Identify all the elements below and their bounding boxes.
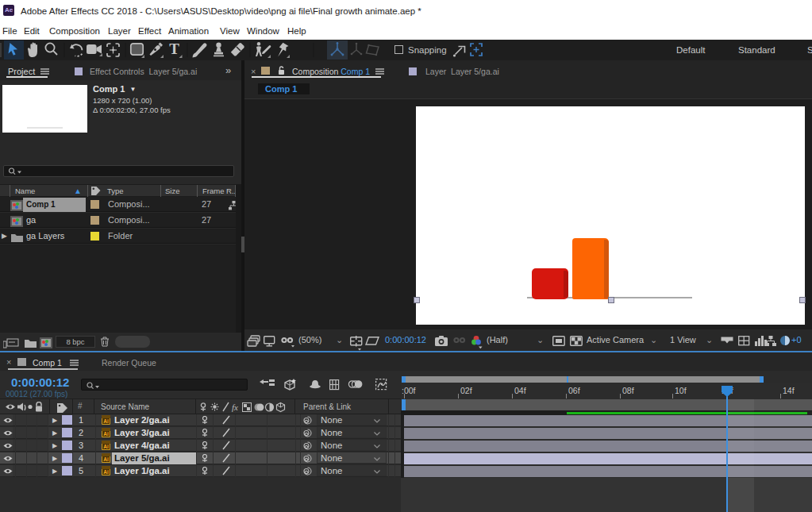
svg-text:fx: fx [232,402,238,412]
svg-text:T: T [169,40,179,57]
